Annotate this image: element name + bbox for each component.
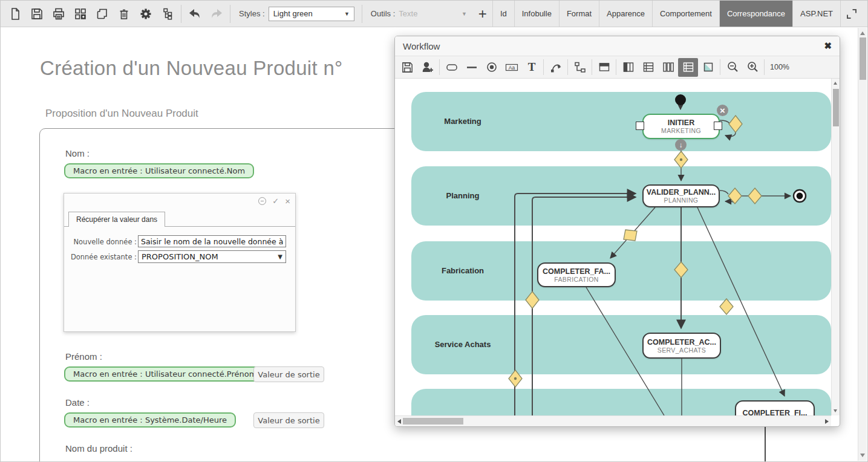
collapse-icon[interactable]	[258, 197, 266, 205]
delete-icon[interactable]	[113, 3, 135, 25]
lane-header-icon[interactable]	[594, 58, 614, 77]
zoom-level-value: 100%	[770, 63, 789, 71]
tree-layout-icon[interactable]	[570, 58, 590, 77]
date-output-button[interactable]: Valeur de sortie	[253, 412, 324, 428]
page-title: Création d'un Nouveau Produit n°	[40, 57, 343, 80]
undo-icon[interactable]	[184, 3, 206, 25]
popup-tab[interactable]: Récupérer la valeur dans	[68, 212, 165, 227]
horizontal-lanes-icon[interactable]	[678, 58, 698, 77]
property-tabs: Id Infobulle Format Apparence Comporteme…	[492, 1, 841, 27]
dialog-horizontal-scrollbar[interactable]	[395, 415, 831, 426]
toolbar-separator	[362, 5, 362, 23]
scrollbar-thumb[interactable]	[833, 89, 839, 126]
svg-text:Aa: Aa	[508, 65, 515, 71]
toolbar-separator	[567, 59, 568, 75]
delete-node-icon[interactable]	[717, 105, 728, 116]
section-title: Proposition d'un Nouveau Produit	[45, 108, 198, 120]
settings-icon[interactable]	[135, 3, 157, 25]
label-icon[interactable]: Aa	[501, 58, 521, 77]
toolbar-separator	[720, 59, 720, 75]
existing-data-value: PROPOSITION_NOM	[142, 252, 218, 261]
tab-comportement[interactable]: Comportement	[652, 1, 719, 27]
tab-correspondance[interactable]: Correspondance	[719, 1, 792, 27]
prenom-output-button[interactable]: Valeur de sortie	[253, 366, 324, 382]
end-node	[794, 190, 806, 202]
nom-macro-pill[interactable]: Macro en entrée : Utilisateur connecté.N…	[64, 163, 254, 178]
scrollbar-thumb[interactable]	[403, 418, 463, 425]
add-tool-button[interactable]: +	[473, 1, 492, 27]
scroll-up-icon[interactable]	[860, 31, 865, 35]
node-subtitle: SERV_ACHATS	[658, 346, 706, 354]
resize-handle-right[interactable]	[714, 122, 722, 130]
outils-select[interactable]: Outils : Texte ▼	[365, 1, 473, 27]
save-icon[interactable]	[397, 58, 417, 77]
workflow-canvas[interactable]: Marketing Planning Fabrication Service A…	[395, 79, 831, 415]
scroll-right-icon[interactable]	[825, 419, 829, 424]
resize-handle-left[interactable]	[636, 122, 644, 130]
node-title: COMPLETER_FI...	[743, 409, 808, 415]
styles-value: Light green	[273, 9, 313, 18]
node-valider-planning[interactable]: VALIDER_PLANN... PLANNING	[642, 184, 720, 207]
node-completer-finance[interactable]: COMPLETER_FI...	[735, 400, 815, 415]
text-icon[interactable]: T	[521, 58, 541, 77]
prenom-macro-pill[interactable]: Macro en entrée : Utilisateur connecté.P…	[64, 366, 266, 382]
vertical-lanes-icon[interactable]	[658, 58, 678, 77]
close-icon[interactable]	[824, 41, 832, 51]
mapping-popup: Récupérer la valeur dans Nouvelle donnée…	[64, 193, 296, 332]
node-initier[interactable]: INITIER MARKETING	[642, 114, 720, 139]
node-subtitle: FABRICATION	[554, 276, 599, 283]
node-subtitle: PLANNING	[664, 197, 699, 204]
dialog-vertical-scrollbar[interactable]	[831, 79, 840, 415]
node-title: INITIER	[668, 119, 694, 127]
scroll-down-icon[interactable]	[860, 454, 865, 457]
add-transition-icon[interactable]	[675, 139, 687, 151]
start-node	[675, 94, 686, 105]
theme-color-icon[interactable]	[698, 58, 718, 77]
close-icon[interactable]	[285, 197, 290, 206]
toolbar-separator	[764, 59, 765, 75]
date-macro-pill[interactable]: Macro en entrée : Système.Date/Heure	[64, 412, 236, 428]
zoom-in-icon[interactable]	[742, 58, 762, 77]
styles-select[interactable]: Light green ▼	[269, 7, 354, 21]
workflow-connectors	[395, 79, 831, 415]
columns-table-icon[interactable]	[618, 58, 638, 77]
produit-label: Nom du produit :	[65, 443, 132, 454]
tab-infobulle[interactable]: Infobulle	[514, 1, 559, 27]
node-title: COMPLETER_FA...	[543, 267, 610, 276]
duplicate-icon[interactable]	[91, 3, 113, 25]
prenom-label: Prénom :	[65, 351, 102, 362]
new-document-icon[interactable]	[4, 3, 26, 25]
save-icon[interactable]	[26, 3, 48, 25]
action-node-icon[interactable]	[442, 58, 462, 77]
node-title: VALIDER_PLANN...	[647, 188, 716, 197]
confirm-icon[interactable]	[272, 197, 279, 205]
transition-line-icon[interactable]	[462, 58, 481, 77]
end-node-icon[interactable]	[481, 58, 501, 77]
scroll-up-icon[interactable]	[834, 82, 837, 85]
node-completer-fabrication[interactable]: COMPLETER_FA... FABRICATION	[537, 262, 616, 287]
add-widget-icon[interactable]	[70, 3, 91, 25]
scrollbar-thumb[interactable]	[860, 37, 866, 80]
workflow-dialog-header[interactable]: Workflow	[395, 36, 840, 56]
new-data-input[interactable]	[138, 235, 286, 247]
tab-id[interactable]: Id	[492, 1, 514, 27]
toolbar-separator	[230, 5, 230, 23]
workflow-toolbar: Aa T	[395, 56, 840, 79]
tab-apparence[interactable]: Apparence	[599, 1, 652, 27]
tree-view-icon[interactable]	[157, 3, 178, 25]
add-actor-icon[interactable]	[417, 58, 437, 77]
tab-aspnet[interactable]: ASP.NET	[792, 1, 841, 27]
print-icon[interactable]	[48, 3, 70, 25]
node-completer-achats[interactable]: COMPLETER_AC... SERV_ACHATS	[642, 333, 721, 359]
nom-label: Nom :	[65, 148, 90, 158]
redo-icon[interactable]	[206, 3, 227, 25]
expand-icon[interactable]	[841, 3, 863, 25]
existing-data-select[interactable]: PROPOSITION_NOM ▼	[138, 250, 286, 263]
tab-format[interactable]: Format	[559, 1, 599, 27]
rows-table-icon[interactable]	[638, 58, 658, 77]
window-vertical-scrollbar[interactable]	[858, 28, 867, 461]
curve-tool-icon[interactable]	[546, 58, 566, 77]
scroll-down-icon[interactable]	[834, 409, 837, 412]
scroll-left-icon[interactable]	[397, 419, 401, 424]
zoom-out-icon[interactable]	[722, 58, 742, 77]
